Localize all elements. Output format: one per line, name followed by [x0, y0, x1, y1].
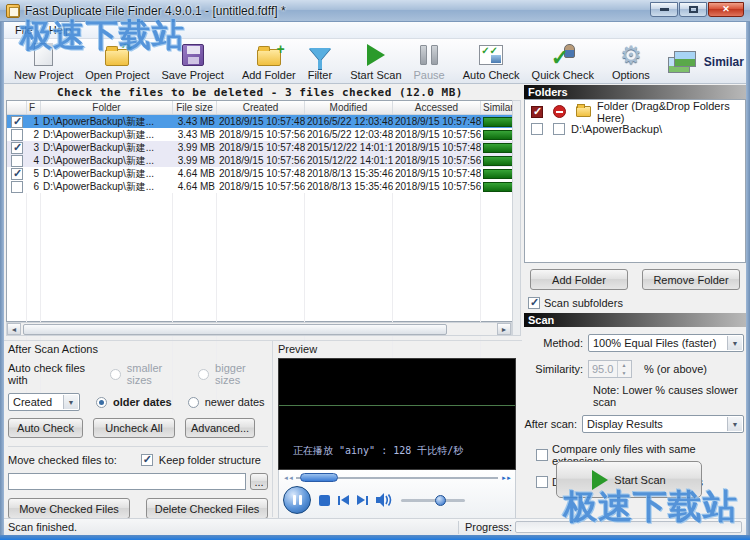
- move-destination-input[interactable]: [8, 473, 246, 490]
- advanced-button[interactable]: Advanced...: [185, 418, 255, 438]
- speaker-icon[interactable]: [376, 493, 393, 507]
- auto-check-toolbar-button[interactable]: ✓✓ Auto Check: [457, 41, 526, 82]
- seek-forward-icon[interactable]: ►►: [501, 475, 511, 481]
- table-row[interactable]: 3 D:\ApowerBackup\新建... 3.99 MB 2018/9/1…: [7, 141, 512, 154]
- vertical-scrollbar[interactable]: [512, 100, 521, 336]
- table-row[interactable]: 1 D:\ApowerBackup\新建... 3.43 MB 2018/9/1…: [7, 115, 512, 128]
- close-button[interactable]: ✕: [708, 2, 744, 17]
- stop-button[interactable]: [319, 495, 330, 506]
- table-row[interactable]: 4 D:\ApowerBackup\新建... 3.99 MB 2018/9/1…: [7, 154, 512, 167]
- scroll-right-arrow[interactable]: ►: [497, 323, 511, 335]
- pause-button[interactable]: Pause: [408, 41, 451, 82]
- column-header-filesize[interactable]: File size: [173, 101, 217, 114]
- after-scan-dropdown[interactable]: Display Results ▼: [582, 415, 744, 433]
- method-label: Method:: [526, 337, 588, 349]
- add-folder-button[interactable]: + Add Folder: [236, 41, 302, 82]
- row-checkbox[interactable]: [11, 155, 23, 167]
- seek-thumb[interactable]: [300, 473, 338, 482]
- next-button[interactable]: [357, 495, 368, 505]
- gear-icon: ⚙: [620, 43, 642, 67]
- window-frame-right: [746, 0, 750, 540]
- menu-file[interactable]: File: [8, 23, 40, 37]
- table-row[interactable]: 6 D:\ApowerBackup\新建... 4.64 MB 2018/9/1…: [7, 180, 512, 193]
- volume-thumb[interactable]: [435, 495, 446, 506]
- folder-exclude-icon[interactable]: [553, 105, 566, 118]
- browse-button[interactable]: ...: [250, 473, 268, 490]
- row-checkbox[interactable]: [11, 168, 23, 180]
- column-header-f[interactable]: F: [27, 101, 41, 114]
- scroll-thumb[interactable]: [23, 324, 447, 335]
- volume-slider[interactable]: [401, 499, 465, 502]
- row-checkbox[interactable]: [11, 116, 23, 128]
- menu-help[interactable]: Help: [42, 23, 79, 37]
- save-project-button[interactable]: Save Project: [156, 41, 230, 82]
- date-field-dropdown[interactable]: Created ▼: [8, 393, 80, 411]
- folder-item-checkbox-1[interactable]: [531, 123, 543, 135]
- start-scan-icon: [367, 44, 385, 66]
- keep-structure-checkbox[interactable]: [141, 454, 153, 466]
- uncheck-all-button[interactable]: Uncheck All: [93, 418, 175, 438]
- similarity-input[interactable]: [589, 363, 617, 375]
- divider: [8, 446, 268, 447]
- seek-slider[interactable]: [296, 477, 498, 479]
- title-bar[interactable]: Fast Duplicate File Finder 4.9.0.1 - [un…: [0, 0, 750, 22]
- similar-images-button[interactable]: Similar Images: [662, 41, 750, 82]
- column-header-check[interactable]: [7, 101, 27, 114]
- smaller-sizes-label: smaller sizes: [127, 362, 184, 386]
- folder-item-checkbox-2[interactable]: [553, 123, 565, 135]
- scan-subfolders-checkbox[interactable]: [528, 297, 540, 309]
- start-scan-button[interactable]: Start Scan: [556, 461, 702, 498]
- scroll-left-arrow[interactable]: ◄: [7, 323, 21, 335]
- auto-check-button[interactable]: Auto Check: [8, 418, 83, 438]
- compare-same-ext-checkbox[interactable]: [536, 449, 548, 461]
- previous-button[interactable]: [338, 495, 349, 505]
- seek-back-icon[interactable]: ◄◄: [283, 475, 293, 481]
- pause-play-button[interactable]: [283, 486, 311, 514]
- filter-icon: [309, 48, 331, 61]
- horizontal-scrollbar[interactable]: ◄ ►: [6, 322, 512, 336]
- folder-include-checkbox[interactable]: [531, 106, 543, 118]
- row-checkbox[interactable]: [11, 129, 23, 141]
- similarity-bar: 100: [483, 117, 513, 127]
- row-checkbox[interactable]: [11, 181, 23, 193]
- add-folder-panel-button[interactable]: Add Folder: [530, 269, 628, 290]
- open-project-button[interactable]: ↷ Open Project: [79, 41, 155, 82]
- row-accessed: 2018/9/15 10:57:56: [393, 181, 481, 192]
- minimize-button[interactable]: [650, 2, 678, 17]
- table-row[interactable]: 5 D:\ApowerBackup\新建... 4.64 MB 2018/9/1…: [7, 167, 512, 180]
- row-checkbox[interactable]: [11, 142, 23, 154]
- row-folder: D:\ApowerBackup\新建...: [41, 128, 173, 142]
- remove-folder-button[interactable]: Remove Folder: [642, 269, 740, 290]
- move-checked-files-button[interactable]: Move Checked Files: [8, 498, 130, 519]
- row-number: 6: [27, 181, 41, 192]
- similarity-spinner[interactable]: ▲▼: [588, 360, 632, 378]
- start-scan-toolbar-button[interactable]: Start Scan: [344, 41, 407, 82]
- divider: [4, 340, 522, 341]
- newer-dates-radio[interactable]: [188, 397, 199, 408]
- older-dates-radio[interactable]: [96, 397, 107, 408]
- options-button[interactable]: ⚙ Options: [606, 41, 656, 82]
- column-header-folder[interactable]: Folder: [41, 101, 173, 114]
- quick-check-button[interactable]: ✓ Quick Check: [526, 41, 600, 82]
- smaller-sizes-radio[interactable]: [110, 369, 121, 380]
- filter-button[interactable]: Filter: [302, 41, 338, 82]
- method-dropdown[interactable]: 100% Equal Files (faster) ▼: [588, 334, 744, 352]
- column-header-created[interactable]: Created: [217, 101, 305, 114]
- new-project-button[interactable]: New Project: [8, 41, 79, 82]
- folders-header-row[interactable]: Folder (Drag&Drop Folders Here): [527, 103, 743, 120]
- add-folder-icon: +: [257, 49, 281, 66]
- column-header-similarity[interactable]: Similarity: [481, 101, 513, 114]
- divider: [458, 521, 459, 534]
- spinner-arrows-icon[interactable]: ▲▼: [617, 361, 630, 377]
- maximize-button[interactable]: [679, 2, 707, 17]
- row-created: 2018/9/15 10:57:56: [217, 155, 305, 166]
- delete-checked-files-button[interactable]: Delete Checked Files: [146, 498, 268, 519]
- newer-dates-label: newer dates: [205, 396, 265, 408]
- column-header-modified[interactable]: Modified: [305, 101, 393, 114]
- column-header-accessed[interactable]: Accessed: [393, 101, 481, 114]
- no-compare-ext-checkbox[interactable]: [536, 476, 548, 488]
- bigger-sizes-radio[interactable]: [198, 369, 209, 380]
- table-row[interactable]: 2 D:\ApowerBackup\新建... 3.43 MB 2018/9/1…: [7, 128, 512, 141]
- folder-item-path: D:\ApowerBackup\: [571, 123, 662, 135]
- after-scan-actions-group: After Scan Actions Auto check files with…: [8, 343, 268, 540]
